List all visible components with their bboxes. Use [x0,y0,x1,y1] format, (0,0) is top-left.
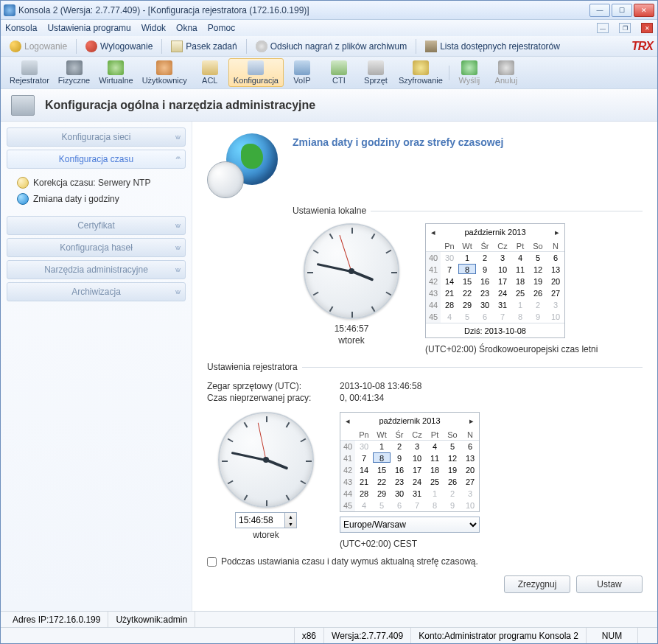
minimize-button[interactable]: — [589,4,610,17]
cal-day[interactable]: 9 [391,452,408,464]
cal-day[interactable]: 13 [547,264,564,276]
menu-pomoc[interactable]: Pomoc [208,23,235,33]
time-spinner[interactable]: ▲▼ [285,512,297,528]
cal-day[interactable]: 8 [426,500,444,511]
timezone-select[interactable]: Europe/Warsaw [340,517,480,533]
sidebar-item-hasla[interactable]: Konfiguracja hasełvv [7,238,186,257]
cal-day[interactable]: 15 [373,464,391,476]
cal-next-icon[interactable]: ▸ [469,416,475,426]
cal-day[interactable]: 15 [458,276,476,287]
cal-day[interactable]: 23 [476,287,494,299]
sidebar-item-czas[interactable]: Konfiguracja czasu^^ [7,150,186,169]
menu-konsola[interactable]: Konsola [5,23,37,33]
time-input[interactable] [235,512,285,528]
sidebar-item-siec[interactable]: Konfiguracja siecivv [7,127,186,147]
cal-day[interactable]: 4 [511,252,529,264]
cal-day[interactable]: 2 [476,252,494,264]
cal-prev-icon[interactable]: ◂ [345,416,351,426]
cal-day[interactable]: 10 [494,264,511,276]
archive-playback-button[interactable]: Odsłuch nagrań z plików archiwum [251,39,411,54]
menu-okna[interactable]: Okna [176,23,197,33]
cal-day[interactable]: 5 [529,252,547,264]
cal-day[interactable]: 17 [494,276,511,287]
cal-day[interactable]: 5 [373,500,391,511]
titlebar[interactable]: Konsola 2 (Wersja: 2.7.77.409) - [Konfig… [1,1,657,20]
cal-day[interactable]: 3 [547,299,564,311]
cal-prev-icon[interactable]: ◂ [430,228,436,237]
sidebar-item-archiwizacja[interactable]: Archiwizacjavv [7,282,186,301]
cal-day[interactable]: 6 [476,311,494,323]
recorder-calendar[interactable]: ◂październik 2013▸PnWtŚrCzPtSoN403012345… [340,412,480,512]
cal-day[interactable]: 18 [426,464,444,476]
cal-day[interactable]: 8 [458,264,476,274]
cal-day[interactable]: 28 [355,488,373,500]
tab-szyfrowanie[interactable]: Szyfrowanie [394,59,447,86]
sidebar-subitem-ntp[interactable]: Korekcja czasu: Serwery NTP [7,175,186,191]
cal-day[interactable]: 6 [547,252,564,264]
menu-ustawienia[interactable]: Ustawienia programu [47,23,130,33]
tab-uzytkownicy[interactable]: Użytkownicy [138,59,192,86]
cal-day[interactable]: 1 [458,252,476,264]
set-button[interactable]: Ustaw [576,575,643,593]
cal-day[interactable]: 3 [461,488,479,500]
tab-rejestrator[interactable]: Rejestrator [5,59,54,86]
cal-day[interactable]: 7 [441,264,458,276]
cal-day[interactable]: 10 [461,500,479,511]
cal-day[interactable]: 6 [461,441,479,452]
cal-day[interactable]: 27 [461,476,479,488]
cal-day[interactable]: 13 [461,452,479,464]
cal-day[interactable]: 2 [391,441,408,452]
cal-day[interactable]: 11 [511,264,529,276]
cal-day[interactable]: 2 [444,488,461,500]
cal-day[interactable]: 25 [511,287,529,299]
cal-day[interactable]: 24 [494,287,511,299]
cal-day[interactable]: 24 [408,476,426,488]
cal-day[interactable]: 10 [547,311,564,323]
close-button[interactable]: ✕ [634,4,654,17]
cal-next-icon[interactable]: ▸ [554,228,560,237]
cal-day[interactable]: 1 [373,441,391,452]
cal-day[interactable]: 9 [529,311,547,323]
tab-wirtualne[interactable]: Wirtualne [94,59,137,86]
cal-day[interactable]: 30 [391,488,408,500]
cal-day[interactable]: 29 [373,488,391,500]
mdi-close-button[interactable]: ✕ [641,23,653,33]
cal-day[interactable]: 16 [391,464,408,476]
tab-cti[interactable]: CTI [321,59,357,86]
cal-day[interactable]: 30 [355,441,373,452]
tab-sprzet[interactable]: Sprzęt [357,59,394,86]
cal-day[interactable]: 25 [426,476,444,488]
cal-day[interactable]: 16 [476,276,494,287]
cal-day[interactable]: 11 [426,452,444,464]
cal-day[interactable]: 30 [476,299,494,311]
cal-day[interactable]: 19 [444,464,461,476]
cancel-button[interactable]: Zrezygnuj [504,575,570,593]
cal-day[interactable]: 2 [529,299,547,311]
logout-button[interactable]: Wylogowanie [81,39,157,54]
cal-day[interactable]: 10 [408,452,426,464]
mdi-minimize-button[interactable]: — [597,23,609,33]
cal-day[interactable]: 31 [408,488,426,500]
local-calendar[interactable]: ◂październik 2013▸PnWtŚrCzPtSoN403012345… [425,223,565,338]
cal-day[interactable]: 4 [441,311,458,323]
cal-day[interactable]: 23 [391,476,408,488]
cal-day[interactable]: 27 [547,287,564,299]
cal-day[interactable]: 12 [529,264,547,276]
tab-voip[interactable]: VoIP [284,59,321,86]
force-timezone-checkbox[interactable] [207,557,217,567]
cal-day[interactable]: 5 [444,441,461,452]
cal-day[interactable]: 14 [355,464,373,476]
cal-day[interactable]: 18 [511,276,529,287]
taskbar-button[interactable]: Pasek zadań [167,39,241,54]
cal-day[interactable]: 19 [529,276,547,287]
cal-day[interactable]: 4 [426,441,444,452]
tab-acl[interactable]: ACL [192,59,228,86]
cal-day[interactable]: 26 [529,287,547,299]
maximize-button[interactable]: ☐ [612,4,632,17]
cal-day[interactable]: 1 [511,299,529,311]
cal-day[interactable]: 29 [458,299,476,311]
cal-day[interactable]: 14 [441,276,458,287]
cal-day[interactable]: 30 [441,252,458,264]
cal-day[interactable]: 20 [461,464,479,476]
tab-fizyczne[interactable]: Fizyczne [54,59,94,86]
